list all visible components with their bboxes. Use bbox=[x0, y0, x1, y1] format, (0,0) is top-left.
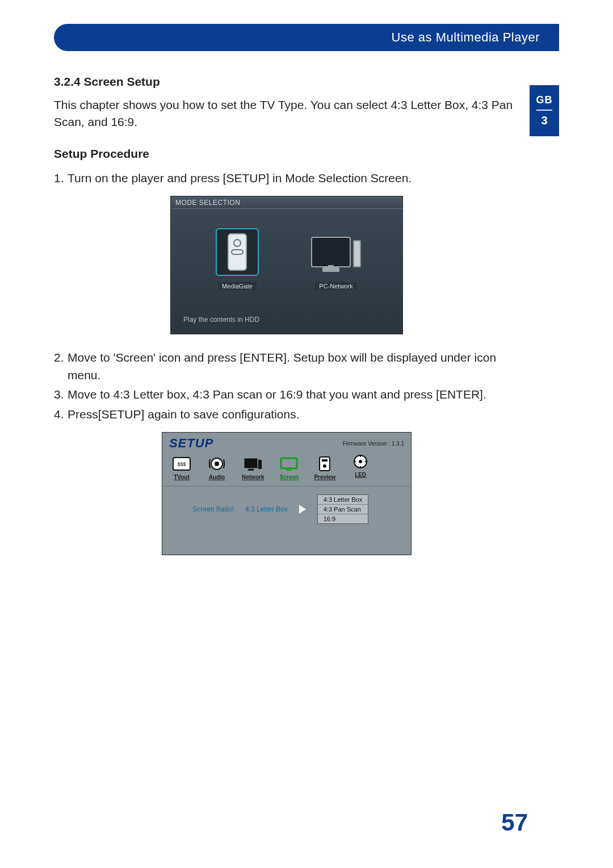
step-text: Turn on the player and press [SETUP] in … bbox=[68, 170, 519, 187]
step-text: Press[SETUP] again to save configuration… bbox=[68, 406, 519, 423]
play-arrow-icon bbox=[299, 505, 306, 514]
svg-rect-9 bbox=[320, 457, 330, 471]
svg-rect-6 bbox=[258, 460, 262, 469]
cat-led: LED bbox=[350, 453, 371, 480]
dropdown-item: 16:9 bbox=[318, 514, 368, 523]
section-intro: This chapter shows you how to set the TV… bbox=[54, 97, 519, 131]
header-band: Use as Multimedia Player bbox=[54, 24, 559, 51]
svg-point-13 bbox=[359, 460, 362, 463]
option-label: Screen Ratio! bbox=[171, 505, 234, 513]
mode-label-mediagate: MediaGate bbox=[218, 282, 257, 290]
mode-item-pcnetwork: PC-Network bbox=[305, 228, 367, 291]
screen-icon bbox=[279, 455, 299, 472]
cat-tvout: $$$ TVout bbox=[171, 455, 192, 480]
mediagate-icon bbox=[216, 228, 259, 276]
network-icon bbox=[243, 455, 263, 472]
procedure-heading: Setup Procedure bbox=[54, 147, 519, 161]
fig1-hint: Play the contents in HDD bbox=[183, 316, 259, 324]
screen-ratio-row: Screen Ratio! 4:3 Letter Box 4:3 Letter … bbox=[171, 494, 402, 524]
figure-2-wrap: SETUP Firmware Version : 1.3.1 $$$ TVout bbox=[54, 432, 519, 555]
remote-control-icon bbox=[228, 233, 247, 271]
figure-1-wrap: MODE SELECTION MediaGate bbox=[54, 196, 519, 334]
svg-rect-5 bbox=[248, 469, 254, 471]
fig2-categories: $$$ TVout Audio Network bbox=[162, 452, 411, 487]
cat-network: Network bbox=[242, 455, 264, 480]
step-text: Move to 'Screen' icon and press [ENTER].… bbox=[68, 349, 519, 384]
step-number: 3. bbox=[54, 386, 68, 403]
manual-page: Use as Multimedia Player GB 3 3.2.4 Scre… bbox=[0, 0, 613, 868]
header-tab-corner bbox=[54, 24, 145, 51]
dropdown-item: 4:3 Letter Box bbox=[318, 495, 368, 505]
dropdown-item: 4:3 Pan Scan bbox=[318, 505, 368, 514]
svg-rect-8 bbox=[286, 469, 292, 471]
preview-icon bbox=[314, 455, 335, 472]
content-area: 3.2.4 Screen Setup This chapter shows yo… bbox=[54, 75, 519, 570]
side-tab-divider bbox=[536, 110, 552, 111]
cat-label: Audio bbox=[209, 474, 225, 480]
svg-point-11 bbox=[323, 464, 326, 468]
header-title-area: Use as Multimedia Player bbox=[145, 24, 559, 51]
fig2-title: SETUP bbox=[169, 436, 213, 451]
monitor-icon bbox=[311, 237, 351, 267]
procedure-step: 1. Turn on the player and press [SETUP] … bbox=[54, 170, 519, 187]
tower-icon bbox=[353, 240, 361, 267]
svg-rect-7 bbox=[281, 458, 297, 468]
header-title: Use as Multimedia Player bbox=[392, 30, 540, 45]
svg-text:$$$: $$$ bbox=[177, 462, 186, 467]
procedure-step: 3. Move to 4:3 Letter box, 4:3 Pan scan … bbox=[54, 386, 519, 403]
steps-2-4: 2. Move to 'Screen' icon and press [ENTE… bbox=[54, 349, 519, 423]
mode-item-mediagate: MediaGate bbox=[206, 228, 268, 291]
cat-audio: Audio bbox=[207, 455, 227, 480]
cat-label: TVout bbox=[174, 474, 190, 480]
svg-point-3 bbox=[215, 462, 219, 466]
fig2-lower: Screen Ratio! 4:3 Letter Box 4:3 Letter … bbox=[162, 487, 411, 555]
ratio-dropdown: 4:3 Letter Box 4:3 Pan Scan 16:9 bbox=[317, 494, 369, 524]
step-number: 1. bbox=[54, 170, 68, 187]
cat-label: Network bbox=[242, 474, 264, 480]
fig1-body: MediaGate PC-Network Play the contents i… bbox=[171, 209, 402, 334]
section-heading: 3.2.4 Screen Setup bbox=[54, 75, 519, 89]
procedure-step: 4. Press[SETUP] again to save configurat… bbox=[54, 406, 519, 423]
mode-label-pcnetwork: PC-Network bbox=[315, 282, 356, 290]
side-tab-lang: GB bbox=[536, 94, 553, 106]
audio-icon bbox=[207, 455, 227, 472]
side-chapter-tab: GB 3 bbox=[530, 85, 559, 136]
step-text: Move to 4:3 Letter box, 4:3 Pan scan or … bbox=[68, 386, 519, 403]
option-value: 4:3 Letter Box bbox=[245, 505, 288, 513]
cat-label: Screen bbox=[280, 474, 299, 480]
svg-rect-10 bbox=[322, 459, 328, 462]
pc-network-icon bbox=[314, 228, 358, 276]
led-icon bbox=[350, 453, 371, 470]
side-tab-chapter: 3 bbox=[541, 114, 547, 127]
figure-setup: SETUP Firmware Version : 1.3.1 $$$ TVout bbox=[162, 432, 412, 555]
procedure-step: 2. Move to 'Screen' icon and press [ENTE… bbox=[54, 349, 519, 384]
cat-label: LED bbox=[355, 472, 366, 478]
fig1-titlebar: MODE SELECTION bbox=[171, 196, 402, 209]
figure-mode-selection: MODE SELECTION MediaGate bbox=[170, 196, 403, 334]
tvout-icon: $$$ bbox=[171, 455, 192, 472]
cat-preview: Preview bbox=[314, 455, 335, 480]
cat-label: Preview bbox=[314, 474, 335, 480]
step-number: 4. bbox=[54, 406, 68, 423]
fig2-firmware: Firmware Version : 1.3.1 bbox=[343, 441, 404, 447]
cat-screen: Screen bbox=[279, 455, 299, 480]
step-number: 2. bbox=[54, 349, 68, 384]
page-number: 57 bbox=[501, 809, 528, 836]
svg-rect-4 bbox=[245, 459, 257, 468]
fig2-top: SETUP Firmware Version : 1.3.1 bbox=[162, 433, 411, 452]
